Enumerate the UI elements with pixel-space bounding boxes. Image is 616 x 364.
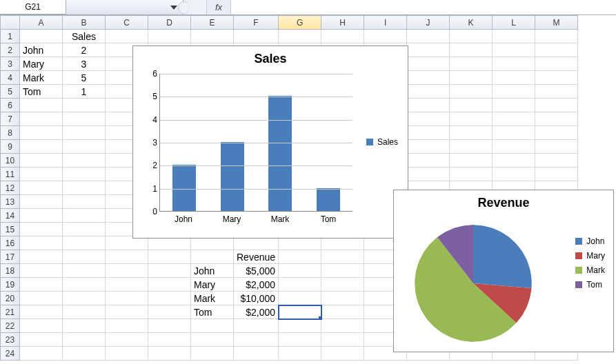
cell[interactable]: John — [20, 43, 63, 57]
cell[interactable] — [450, 43, 493, 57]
formula-input[interactable] — [230, 0, 616, 14]
cell[interactable] — [493, 30, 535, 43]
cell[interactable] — [450, 168, 493, 181]
cell[interactable] — [535, 126, 578, 140]
cell[interactable] — [63, 140, 106, 154]
cell[interactable] — [407, 140, 450, 154]
row-header[interactable]: 2 — [1, 43, 20, 57]
cell[interactable] — [20, 250, 63, 264]
column-header[interactable]: E — [191, 16, 234, 30]
cell[interactable] — [493, 85, 535, 99]
cell[interactable] — [407, 57, 450, 71]
cell[interactable] — [106, 264, 148, 278]
cell[interactable] — [106, 278, 148, 292]
cell[interactable]: Mark — [20, 71, 63, 85]
cell[interactable] — [63, 126, 106, 140]
cell[interactable]: Tom — [191, 305, 234, 319]
cell[interactable] — [20, 112, 63, 126]
cell[interactable] — [321, 250, 364, 264]
cell[interactable] — [20, 140, 63, 154]
cell[interactable] — [407, 126, 450, 140]
row-header[interactable]: 10 — [1, 154, 20, 168]
cell[interactable] — [407, 99, 450, 112]
cell[interactable] — [450, 30, 493, 43]
cell[interactable] — [407, 71, 450, 85]
cell[interactable] — [234, 347, 279, 361]
cell[interactable] — [234, 30, 279, 43]
cell[interactable] — [191, 250, 234, 264]
cell[interactable]: Mary — [20, 57, 63, 71]
cell[interactable] — [148, 292, 191, 305]
row-header[interactable]: 6 — [1, 99, 20, 112]
cell[interactable] — [63, 112, 106, 126]
cell[interactable] — [364, 30, 407, 43]
cell[interactable] — [279, 250, 321, 264]
cell[interactable] — [407, 30, 450, 43]
row-header[interactable]: 13 — [1, 195, 20, 209]
cell[interactable] — [535, 99, 578, 112]
row-header[interactable]: 5 — [1, 85, 20, 99]
row-header[interactable]: 7 — [1, 112, 20, 126]
cell[interactable] — [20, 154, 63, 168]
cell[interactable] — [63, 223, 106, 236]
cell[interactable] — [148, 264, 191, 278]
cell[interactable]: Mary — [191, 278, 234, 292]
cell[interactable] — [450, 99, 493, 112]
row-header[interactable]: 3 — [1, 57, 20, 71]
cell[interactable] — [63, 195, 106, 209]
cell[interactable] — [535, 140, 578, 154]
cell[interactable] — [279, 347, 321, 361]
cell[interactable] — [63, 250, 106, 264]
row-header[interactable]: 9 — [1, 140, 20, 154]
cell[interactable] — [20, 168, 63, 181]
cell[interactable] — [63, 236, 106, 250]
row-header[interactable]: 22 — [1, 319, 20, 333]
cell[interactable] — [450, 112, 493, 126]
cell[interactable] — [148, 305, 191, 319]
row-header[interactable]: 1 — [1, 30, 20, 43]
chart-sales-bar[interactable]: Sales 0123456 JohnMaryMarkTom Sales — [132, 46, 408, 239]
cell[interactable] — [20, 278, 63, 292]
cell[interactable] — [148, 347, 191, 361]
cell[interactable] — [535, 85, 578, 99]
cell[interactable] — [106, 347, 148, 361]
select-all-corner[interactable] — [1, 16, 20, 30]
cell[interactable] — [493, 126, 535, 140]
cell[interactable] — [148, 319, 191, 333]
cell[interactable] — [321, 305, 364, 319]
cell[interactable] — [321, 319, 364, 333]
cell[interactable] — [535, 57, 578, 71]
cell[interactable] — [20, 99, 63, 112]
cell[interactable] — [407, 85, 450, 99]
cell[interactable] — [20, 264, 63, 278]
cell[interactable] — [535, 112, 578, 126]
row-header[interactable]: 8 — [1, 126, 20, 140]
cell[interactable] — [20, 223, 63, 236]
cell[interactable] — [407, 43, 450, 57]
cell[interactable] — [20, 305, 63, 319]
cell[interactable] — [191, 30, 234, 43]
cell[interactable] — [450, 71, 493, 85]
row-header[interactable]: 16 — [1, 236, 20, 250]
cell[interactable] — [63, 154, 106, 168]
column-header[interactable]: L — [493, 16, 535, 30]
cell[interactable] — [191, 333, 234, 347]
cell[interactable] — [106, 292, 148, 305]
cell[interactable] — [148, 30, 191, 43]
cell[interactable] — [106, 305, 148, 319]
cell[interactable] — [279, 30, 321, 43]
cell[interactable] — [450, 126, 493, 140]
cell[interactable] — [106, 333, 148, 347]
cell[interactable]: $10,000 — [234, 292, 279, 305]
row-header[interactable]: 20 — [1, 292, 20, 305]
column-header[interactable]: H — [321, 16, 364, 30]
cell[interactable] — [106, 319, 148, 333]
column-header[interactable]: B — [63, 16, 106, 30]
row-header[interactable]: 19 — [1, 278, 20, 292]
cell[interactable] — [279, 292, 321, 305]
cell[interactable]: $2,000 — [234, 278, 279, 292]
row-header[interactable]: 11 — [1, 168, 20, 181]
column-header[interactable]: F — [234, 16, 279, 30]
cell[interactable] — [279, 333, 321, 347]
cell[interactable] — [20, 126, 63, 140]
